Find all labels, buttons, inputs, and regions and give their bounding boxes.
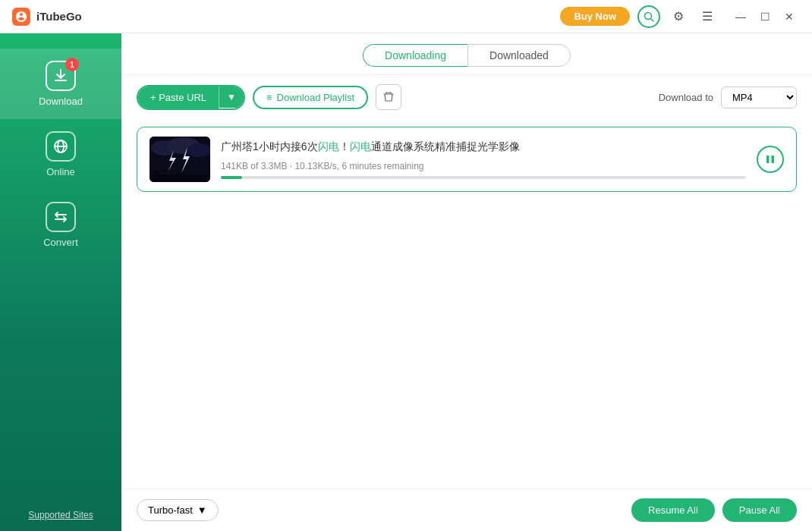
- menu-button[interactable]: ☰: [697, 6, 718, 27]
- format-select[interactable]: MP4 MP3 AVI MOV MKV: [721, 86, 797, 108]
- svg-rect-12: [766, 156, 770, 163]
- online-sidebar-icon: [46, 131, 76, 162]
- logo-icon: [12, 8, 30, 26]
- paste-url-dropdown-button[interactable]: ▼: [219, 86, 244, 108]
- speed-label: Turbo-fast: [148, 504, 193, 516]
- progress-bar-container: [221, 176, 746, 179]
- resume-all-button[interactable]: Resume All: [631, 498, 715, 522]
- title-highlight-1: 闪电: [318, 140, 339, 152]
- bottom-bar: Turbo-fast ▼ Resume All Pause All: [121, 489, 812, 531]
- speed-dropdown-arrow: ▼: [197, 504, 207, 516]
- svg-rect-10: [153, 171, 159, 182]
- paste-url-group: + Paste URL ▼: [137, 85, 245, 110]
- tab-downloading[interactable]: Downloading: [363, 44, 467, 67]
- title-text-2: ！: [339, 140, 350, 152]
- speed-selector[interactable]: Turbo-fast ▼: [137, 499, 219, 521]
- convert-sidebar-icon: [46, 202, 76, 232]
- settings-button[interactable]: ⚙: [668, 6, 689, 27]
- download-list: 广州塔1小时内接6次闪电！闪电通道成像系统精准捕捉光学影像 141KB of 3…: [121, 119, 812, 489]
- download-sidebar-icon: 1: [46, 61, 76, 91]
- item-action: [757, 146, 784, 173]
- sidebar-item-online[interactable]: Online: [0, 119, 121, 190]
- sidebar: 1 Download Online Convert: [0, 33, 121, 531]
- sidebar-bottom: Supported Sites: [0, 499, 121, 531]
- app-logo: iTubeGo: [12, 8, 82, 26]
- item-info: 广州塔1小时内接6次闪电！闪电通道成像系统精准捕捉光学影像 141KB of 3…: [221, 140, 746, 179]
- buy-now-button[interactable]: Buy Now: [560, 7, 630, 26]
- playlist-icon: ≡: [266, 92, 272, 103]
- svg-rect-13: [772, 156, 775, 163]
- maximize-button[interactable]: ☐: [754, 6, 776, 27]
- search-button[interactable]: [637, 5, 660, 28]
- progress-bar-fill: [221, 176, 242, 179]
- item-stats: 141KB of 3.3MB · 10.13KB/s, 6 minutes re…: [221, 161, 746, 171]
- minimize-button[interactable]: —: [730, 6, 751, 27]
- supported-sites-link[interactable]: Supported Sites: [28, 510, 93, 520]
- tab-downloaded[interactable]: Downloaded: [467, 44, 571, 67]
- table-row: 广州塔1小时内接6次闪电！闪电通道成像系统精准捕捉光学影像 141KB of 3…: [137, 127, 797, 192]
- sidebar-item-download[interactable]: 1 Download: [0, 49, 121, 119]
- title-text-3: 通道成像系统精准捕捉光学影像: [371, 140, 520, 152]
- download-to-label: Download to: [659, 92, 713, 103]
- app-name: iTubeGo: [36, 10, 82, 23]
- content-area: Downloading Downloaded + Paste URL ▼ ≡ D…: [121, 33, 812, 531]
- window-controls: — ☐ ✕: [730, 6, 800, 27]
- close-button[interactable]: ✕: [779, 6, 800, 27]
- item-title: 广州塔1小时内接6次闪电！闪电通道成像系统精准捕捉光学影像: [221, 140, 746, 155]
- pause-button[interactable]: [757, 146, 784, 173]
- title-text-1: 广州塔1小时内接6次: [221, 140, 318, 152]
- item-thumbnail: [149, 137, 210, 182]
- sidebar-item-convert[interactable]: Convert: [0, 190, 121, 260]
- main-layout: 1 Download Online Convert: [0, 33, 812, 531]
- title-highlight-2: 闪电: [350, 140, 371, 152]
- paste-url-button[interactable]: + Paste URL: [138, 86, 219, 108]
- tabs-bar: Downloading Downloaded: [121, 33, 812, 75]
- svg-point-8: [187, 143, 210, 157]
- sidebar-download-label: Download: [39, 96, 83, 107]
- svg-rect-11: [176, 173, 180, 182]
- playlist-label: Download Playlist: [277, 92, 355, 103]
- sidebar-convert-label: Convert: [43, 237, 78, 248]
- delete-button[interactable]: [376, 84, 401, 110]
- sidebar-online-label: Online: [46, 166, 75, 178]
- svg-line-1: [651, 18, 654, 21]
- pause-all-button[interactable]: Pause All: [722, 498, 797, 522]
- download-badge: 1: [65, 58, 79, 71]
- titlebar: iTubeGo Buy Now ⚙ ☰ — ☐ ✕: [0, 0, 812, 33]
- titlebar-actions: Buy Now ⚙ ☰ — ☐ ✕: [560, 5, 800, 28]
- toolbar: + Paste URL ▼ ≡ Download Playlist Downlo…: [121, 75, 812, 119]
- download-playlist-button[interactable]: ≡ Download Playlist: [253, 86, 368, 109]
